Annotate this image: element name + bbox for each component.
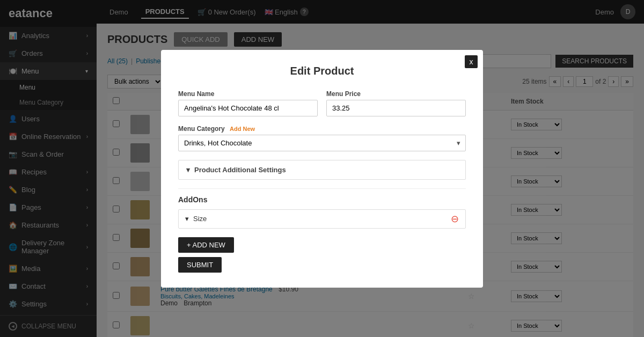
product-additional-settings-section: ▾ Product Additional Settings: [178, 160, 466, 180]
collapse-header[interactable]: ▾ Product Additional Settings: [179, 160, 465, 179]
form-name-price-row: Menu Name Menu Price: [178, 90, 466, 116]
addon-chevron-icon: ▾: [185, 215, 189, 223]
menu-price-input[interactable]: [326, 100, 466, 116]
menu-category-select[interactable]: Drinks, Hot Chocolate: [178, 135, 466, 151]
remove-addon-button[interactable]: ⊖: [451, 214, 459, 224]
modal-close-button[interactable]: x: [465, 55, 478, 68]
edit-product-modal: x Edit Product Menu Name Menu Price Menu…: [161, 50, 483, 288]
category-select-wrapper: Drinks, Hot Chocolate: [178, 135, 466, 151]
modal-overlay: x Edit Product Menu Name Menu Price Menu…: [0, 0, 644, 337]
form-group-price: Menu Price: [326, 90, 466, 116]
submit-button[interactable]: SUBMIT: [178, 257, 222, 273]
divider: [178, 188, 466, 189]
menu-name-input[interactable]: [178, 100, 318, 116]
chevron-down-icon: ▾: [186, 166, 190, 174]
menu-price-label: Menu Price: [326, 90, 466, 98]
modal-title: Edit Product: [178, 65, 466, 77]
add-new-addon-button[interactable]: + ADD NEW: [178, 237, 234, 253]
addons-title: AddOns: [178, 195, 466, 204]
addon-label: Size: [193, 215, 207, 223]
menu-name-label: Menu Name: [178, 90, 318, 98]
form-group-name: Menu Name: [178, 90, 318, 116]
add-new-category-link[interactable]: Add New: [230, 126, 255, 132]
addons-section: AddOns ▾ Size ⊖: [178, 195, 466, 229]
addon-row-size: ▾ Size ⊖: [178, 209, 466, 229]
menu-category-label: Menu Category Add New: [178, 125, 466, 133]
form-group-category: Menu Category Add New Drinks, Hot Chocol…: [178, 125, 466, 151]
collapse-section-label: Product Additional Settings: [194, 166, 286, 174]
